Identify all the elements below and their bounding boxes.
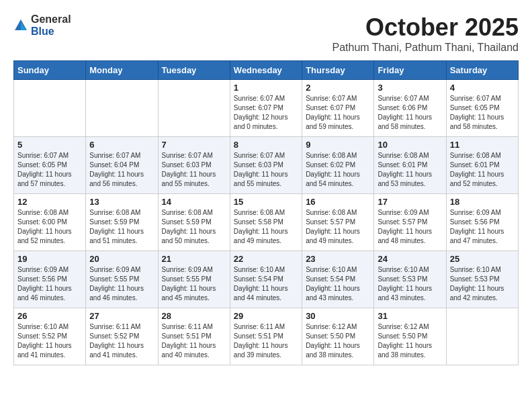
logo-text-general: General: [31, 13, 71, 25]
calendar-cell: 15Sunrise: 6:08 AMSunset: 5:58 PMDayligh…: [230, 194, 302, 251]
day-number: 9: [306, 140, 370, 150]
day-number: 26: [17, 311, 82, 321]
week-row-2: 12Sunrise: 6:08 AMSunset: 6:00 PMDayligh…: [14, 194, 519, 251]
calendar-cell: 8Sunrise: 6:07 AMSunset: 6:03 PMDaylight…: [230, 137, 302, 194]
day-info: Sunrise: 6:08 AMSunset: 5:58 PMDaylight:…: [234, 208, 298, 246]
day-number: 14: [162, 197, 226, 207]
logo: General Blue: [13, 13, 71, 38]
calendar-cell: 18Sunrise: 6:09 AMSunset: 5:56 PMDayligh…: [446, 194, 518, 251]
calendar-cell: 24Sunrise: 6:10 AMSunset: 5:53 PMDayligh…: [374, 251, 446, 308]
calendar-cell: [14, 80, 86, 137]
day-info: Sunrise: 6:08 AMSunset: 5:57 PMDaylight:…: [306, 208, 370, 246]
day-info: Sunrise: 6:12 AMSunset: 5:50 PMDaylight:…: [306, 322, 370, 360]
day-info: Sunrise: 6:11 AMSunset: 5:51 PMDaylight:…: [234, 322, 298, 360]
calendar-cell: 30Sunrise: 6:12 AMSunset: 5:50 PMDayligh…: [302, 308, 374, 365]
logo-icon: [13, 18, 28, 33]
weekday-header-row: SundayMondayTuesdayWednesdayThursdayFrid…: [14, 61, 519, 80]
day-info: Sunrise: 6:10 AMSunset: 5:54 PMDaylight:…: [306, 265, 370, 303]
calendar-cell: 16Sunrise: 6:08 AMSunset: 5:57 PMDayligh…: [302, 194, 374, 251]
calendar-cell: 11Sunrise: 6:08 AMSunset: 6:01 PMDayligh…: [446, 137, 518, 194]
calendar-cell: 6Sunrise: 6:07 AMSunset: 6:04 PMDaylight…: [86, 137, 158, 194]
weekday-header-thursday: Thursday: [302, 61, 374, 80]
day-info: Sunrise: 6:08 AMSunset: 6:01 PMDaylight:…: [378, 151, 442, 189]
day-info: Sunrise: 6:10 AMSunset: 5:54 PMDaylight:…: [234, 265, 298, 303]
calendar-cell: 1Sunrise: 6:07 AMSunset: 6:07 PMDaylight…: [230, 80, 302, 137]
calendar-cell: 21Sunrise: 6:09 AMSunset: 5:55 PMDayligh…: [158, 251, 230, 308]
day-number: 15: [234, 197, 298, 207]
day-info: Sunrise: 6:08 AMSunset: 5:59 PMDaylight:…: [162, 208, 226, 246]
day-info: Sunrise: 6:07 AMSunset: 6:04 PMDaylight:…: [89, 151, 154, 189]
day-info: Sunrise: 6:08 AMSunset: 5:59 PMDaylight:…: [89, 208, 154, 246]
calendar-cell: 3Sunrise: 6:07 AMSunset: 6:06 PMDaylight…: [374, 80, 446, 137]
day-info: Sunrise: 6:07 AMSunset: 6:07 PMDaylight:…: [306, 94, 370, 132]
location-title: Pathum Thani, Pathum Thani, Thailand: [332, 42, 519, 54]
day-number: 7: [162, 140, 226, 150]
day-info: Sunrise: 6:12 AMSunset: 5:50 PMDaylight:…: [378, 322, 442, 360]
calendar-cell: [158, 80, 230, 137]
day-info: Sunrise: 6:08 AMSunset: 6:02 PMDaylight:…: [306, 151, 370, 189]
day-info: Sunrise: 6:08 AMSunset: 6:01 PMDaylight:…: [450, 151, 515, 189]
calendar-cell: 19Sunrise: 6:09 AMSunset: 5:56 PMDayligh…: [14, 251, 86, 308]
day-number: 27: [89, 311, 154, 321]
day-number: 28: [162, 311, 226, 321]
week-row-4: 26Sunrise: 6:10 AMSunset: 5:52 PMDayligh…: [14, 308, 519, 365]
day-info: Sunrise: 6:07 AMSunset: 6:03 PMDaylight:…: [234, 151, 298, 189]
day-info: Sunrise: 6:11 AMSunset: 5:51 PMDaylight:…: [162, 322, 226, 360]
day-number: 2: [306, 83, 370, 93]
calendar-cell: 10Sunrise: 6:08 AMSunset: 6:01 PMDayligh…: [374, 137, 446, 194]
calendar-cell: 31Sunrise: 6:12 AMSunset: 5:50 PMDayligh…: [374, 308, 446, 365]
day-info: Sunrise: 6:10 AMSunset: 5:52 PMDaylight:…: [17, 322, 82, 360]
day-info: Sunrise: 6:07 AMSunset: 6:05 PMDaylight:…: [450, 94, 515, 132]
calendar-cell: 20Sunrise: 6:09 AMSunset: 5:55 PMDayligh…: [86, 251, 158, 308]
calendar-cell: 2Sunrise: 6:07 AMSunset: 6:07 PMDaylight…: [302, 80, 374, 137]
week-row-3: 19Sunrise: 6:09 AMSunset: 5:56 PMDayligh…: [14, 251, 519, 308]
calendar-cell: 26Sunrise: 6:10 AMSunset: 5:52 PMDayligh…: [14, 308, 86, 365]
day-number: 30: [306, 311, 370, 321]
week-row-0: 1Sunrise: 6:07 AMSunset: 6:07 PMDaylight…: [14, 80, 519, 137]
day-number: 8: [234, 140, 298, 150]
day-number: 31: [378, 311, 442, 321]
day-number: 16: [306, 197, 370, 207]
weekday-header-tuesday: Tuesday: [158, 61, 230, 80]
day-info: Sunrise: 6:11 AMSunset: 5:52 PMDaylight:…: [89, 322, 154, 360]
calendar-cell: 27Sunrise: 6:11 AMSunset: 5:52 PMDayligh…: [86, 308, 158, 365]
calendar-cell: 5Sunrise: 6:07 AMSunset: 6:05 PMDaylight…: [14, 137, 86, 194]
calendar-table: SundayMondayTuesdayWednesdayThursdayFrid…: [13, 60, 519, 365]
day-number: 12: [17, 197, 82, 207]
day-number: 17: [378, 197, 442, 207]
calendar-cell: 28Sunrise: 6:11 AMSunset: 5:51 PMDayligh…: [158, 308, 230, 365]
day-info: Sunrise: 6:09 AMSunset: 5:56 PMDaylight:…: [450, 208, 515, 246]
page-header: General Blue October 2025 Pathum Thani, …: [13, 13, 519, 54]
calendar-cell: [446, 308, 518, 365]
weekday-header-saturday: Saturday: [446, 61, 518, 80]
month-title: October 2025: [332, 13, 519, 42]
day-info: Sunrise: 6:10 AMSunset: 5:53 PMDaylight:…: [378, 265, 442, 303]
day-info: Sunrise: 6:09 AMSunset: 5:55 PMDaylight:…: [89, 265, 154, 303]
week-row-1: 5Sunrise: 6:07 AMSunset: 6:05 PMDaylight…: [14, 137, 519, 194]
day-info: Sunrise: 6:09 AMSunset: 5:56 PMDaylight:…: [17, 265, 82, 303]
day-number: 20: [89, 254, 154, 264]
day-number: 25: [450, 254, 515, 264]
calendar-cell: [86, 80, 158, 137]
day-number: 23: [306, 254, 370, 264]
weekday-header-friday: Friday: [374, 61, 446, 80]
logo-text-blue: Blue: [31, 26, 54, 37]
day-info: Sunrise: 6:10 AMSunset: 5:53 PMDaylight:…: [450, 265, 515, 303]
day-number: 10: [378, 140, 442, 150]
day-number: 24: [378, 254, 442, 264]
calendar-cell: 29Sunrise: 6:11 AMSunset: 5:51 PMDayligh…: [230, 308, 302, 365]
day-number: 19: [17, 254, 82, 264]
day-info: Sunrise: 6:07 AMSunset: 6:03 PMDaylight:…: [162, 151, 226, 189]
day-number: 29: [234, 311, 298, 321]
weekday-header-sunday: Sunday: [14, 61, 86, 80]
day-info: Sunrise: 6:07 AMSunset: 6:06 PMDaylight:…: [378, 94, 442, 132]
calendar-cell: 12Sunrise: 6:08 AMSunset: 6:00 PMDayligh…: [14, 194, 86, 251]
calendar-cell: 25Sunrise: 6:10 AMSunset: 5:53 PMDayligh…: [446, 251, 518, 308]
day-info: Sunrise: 6:09 AMSunset: 5:57 PMDaylight:…: [378, 208, 442, 246]
day-number: 18: [450, 197, 515, 207]
day-info: Sunrise: 6:07 AMSunset: 6:07 PMDaylight:…: [234, 94, 298, 132]
day-number: 4: [450, 83, 515, 93]
weekday-header-wednesday: Wednesday: [230, 61, 302, 80]
calendar-cell: 14Sunrise: 6:08 AMSunset: 5:59 PMDayligh…: [158, 194, 230, 251]
day-number: 21: [162, 254, 226, 264]
